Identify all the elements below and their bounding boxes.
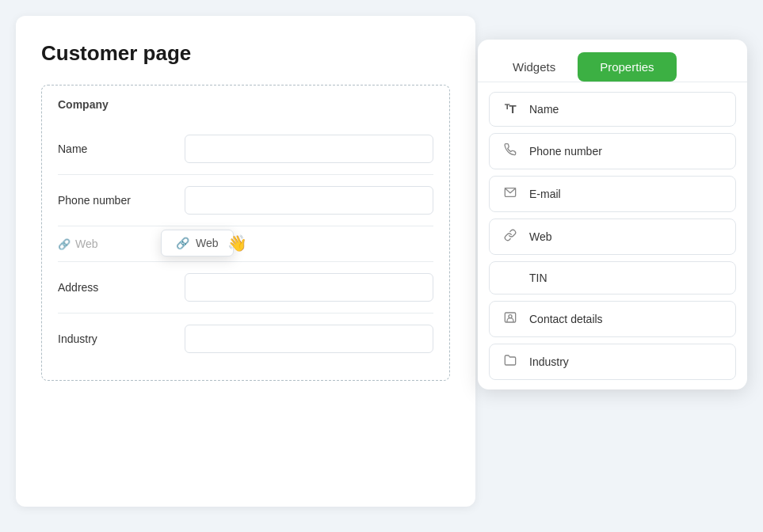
tab-widgets[interactable]: Widgets <box>490 52 578 82</box>
page-title: Customer page <box>41 41 450 66</box>
widget-web-label: Web <box>529 230 552 243</box>
name-label: Name <box>58 142 185 155</box>
industry-row: Industry <box>58 314 433 364</box>
widget-tin-label: TIN <box>529 272 547 284</box>
widget-email-label: E-mail <box>529 188 561 200</box>
widget-email[interactable]: E-mail <box>489 176 736 212</box>
drag-cursor: 👋️ <box>227 234 247 253</box>
address-row: Address <box>58 262 433 314</box>
widget-contact-label: Contact details <box>529 313 603 325</box>
tabs-header: Widgets Properties <box>478 40 747 82</box>
industry-input[interactable] <box>185 325 433 353</box>
phone-label: Phone number <box>58 194 185 207</box>
link-icon <box>502 229 518 245</box>
phone-input[interactable] <box>185 186 433 215</box>
phone-row: Phone number <box>58 175 433 226</box>
address-label: Address <box>58 281 185 294</box>
name-input[interactable] <box>185 135 433 163</box>
text-icon: ᵀT <box>502 102 518 116</box>
web-placeholder-text: Web <box>75 238 98 250</box>
widget-list: ᵀT Name Phone number E-mail <box>478 82 747 390</box>
link-icon-placeholder: 🔗 <box>58 238 71 250</box>
widget-contact[interactable]: Contact details <box>489 301 736 337</box>
industry-label: Industry <box>58 332 185 345</box>
widget-name-label: Name <box>529 103 559 116</box>
widget-phone[interactable]: Phone number <box>489 133 736 169</box>
widget-name[interactable]: ᵀT Name <box>489 92 736 127</box>
company-label: Company <box>58 98 433 111</box>
web-drag-preview[interactable]: 🔗 Web 👋️ <box>161 230 234 256</box>
widget-tin[interactable]: TIN <box>489 261 736 294</box>
name-row: Name <box>58 124 433 175</box>
right-panel: Widgets Properties ᵀT Name Phone number <box>478 40 747 390</box>
web-row: 🔗 Web 🔗 Web 👋️ <box>58 226 433 262</box>
widget-phone-label: Phone number <box>529 145 602 158</box>
tab-properties[interactable]: Properties <box>578 52 676 82</box>
web-drag-label: Web <box>196 237 219 249</box>
widget-web[interactable]: Web <box>489 218 736 255</box>
widget-industry-label: Industry <box>529 355 569 368</box>
phone-icon <box>502 143 518 159</box>
company-section: Company Name Phone number 🔗 Web 🔗 Web 👋️ <box>41 85 450 381</box>
contact-icon <box>502 311 518 327</box>
folder-icon <box>502 354 518 370</box>
email-icon <box>502 186 518 202</box>
widget-industry[interactable]: Industry <box>489 344 736 380</box>
link-icon-drag: 🔗 <box>176 237 189 249</box>
main-panel: Customer page Company Name Phone number … <box>16 16 475 507</box>
address-input[interactable] <box>185 273 433 302</box>
